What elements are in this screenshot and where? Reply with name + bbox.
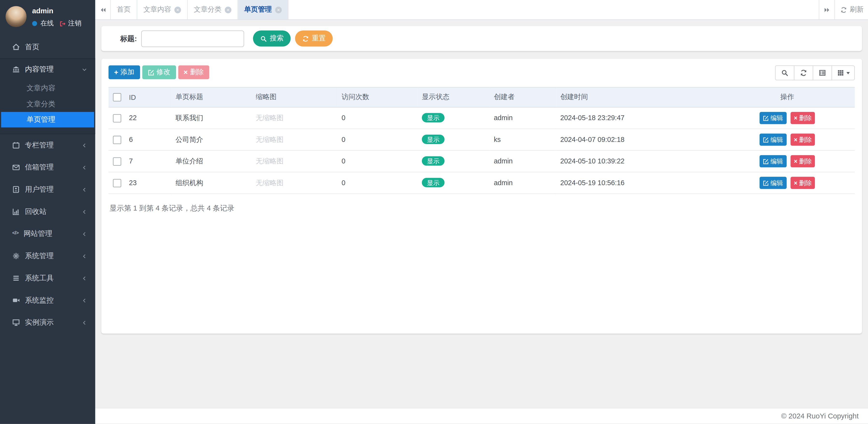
sidebar-item-system-mgmt[interactable]: 系统管理 <box>0 245 95 267</box>
refresh-table-button[interactable] <box>794 65 813 80</box>
desktop-icon <box>12 319 20 326</box>
sidebar-item-label: 用户管理 <box>25 185 54 194</box>
reset-button-label: 重置 <box>312 34 326 43</box>
row-checkbox[interactable] <box>113 136 121 144</box>
row-edit-button[interactable]: 编辑 <box>759 112 786 124</box>
tab-close-icon[interactable]: × <box>225 6 231 13</box>
search-button[interactable]: 搜索 <box>253 30 291 47</box>
sidebar-item-mailbox-mgmt[interactable]: 信箱管理 <box>0 156 95 178</box>
row-checkbox[interactable] <box>113 179 121 187</box>
sidebar-nav: 首页 内容管理 文章内容 文章分类 单页管理 <box>0 36 95 334</box>
column-header-title: 单页标题 <box>172 87 252 107</box>
tab-home[interactable]: 首页 <box>111 0 137 19</box>
refresh-tab-button[interactable]: 刷新 <box>834 0 868 19</box>
table-row: 23 组织机构 无缩略图 0 显示 admin 2024-05-19 10:56… <box>108 172 855 194</box>
row-edit-label: 编辑 <box>770 135 783 144</box>
row-edit-button[interactable]: 编辑 <box>759 177 786 189</box>
sidebar-item-system-monitor[interactable]: 系统监控 <box>0 289 95 312</box>
row-edit-label: 编辑 <box>770 179 783 187</box>
row-edit-label: 编辑 <box>770 157 783 165</box>
sidebar-subitem-article-content[interactable]: 文章内容 <box>0 80 95 96</box>
table-toolbar: + 添加 修改 × 删除 <box>108 65 855 80</box>
sidebar-subitem-single-page[interactable]: 单页管理 <box>1 112 94 128</box>
column-header-visits: 访问次数 <box>338 87 418 107</box>
cell-id: 6 <box>125 129 172 150</box>
tabs-scroll-right-button[interactable] <box>819 0 834 19</box>
sidebar-item-recycle-bin[interactable]: 回收站 <box>0 201 95 223</box>
table-header-row: ID 单页标题 缩略图 访问次数 显示状态 创建者 创建时间 操作 <box>108 87 855 107</box>
row-edit-button[interactable]: 编辑 <box>759 155 786 167</box>
tab-label: 单页管理 <box>244 5 272 15</box>
toggle-view-button[interactable] <box>813 65 832 80</box>
address-book-icon <box>12 186 20 193</box>
sidebar-item-website-mgmt[interactable]: </> 网站管理 <box>0 223 95 245</box>
search-icon <box>260 35 267 42</box>
pagination-summary: 显示第 1 到第 4 条记录，总共 4 条记录 <box>108 194 855 223</box>
columns-button[interactable] <box>832 65 855 80</box>
reset-button[interactable]: 重置 <box>296 30 333 47</box>
cell-title: 单位介绍 <box>172 150 252 172</box>
sidebar-item-label: 系统监控 <box>25 295 54 305</box>
title-search-input[interactable] <box>141 30 244 47</box>
sidebar-item-column-mgmt[interactable]: 专栏管理 <box>0 134 95 157</box>
row-delete-button[interactable]: ×删除 <box>790 155 815 167</box>
row-delete-button[interactable]: ×删除 <box>790 134 815 145</box>
table-panel: + 添加 修改 × 删除 <box>101 59 862 334</box>
video-icon <box>12 296 20 304</box>
chevron-left-icon <box>82 275 87 281</box>
show-search-button[interactable] <box>775 65 794 80</box>
status-badge: 显示 <box>422 113 445 122</box>
sidebar-item-system-tools[interactable]: 系统工具 <box>0 267 95 289</box>
row-checkbox[interactable] <box>113 157 121 165</box>
cell-created: 2024-04-07 09:02:18 <box>556 129 720 150</box>
chevron-left-icon <box>82 319 87 326</box>
avatar[interactable] <box>5 6 27 27</box>
cell-creator: admin <box>490 150 556 172</box>
sidebar-item-label: 内容管理 <box>25 64 54 74</box>
column-header-status: 显示状态 <box>418 87 490 107</box>
tab-article-content[interactable]: 文章内容 × <box>137 0 188 19</box>
row-checkbox[interactable] <box>113 114 121 122</box>
cell-id: 23 <box>125 172 172 194</box>
row-delete-button[interactable]: ×删除 <box>790 112 815 124</box>
code-icon: </> <box>12 230 18 237</box>
grid-icon <box>837 69 844 77</box>
refresh-icon <box>800 69 807 77</box>
tab-single-page[interactable]: 单页管理 × <box>238 0 289 19</box>
tab-close-icon[interactable]: × <box>174 6 181 13</box>
sidebar-item-home[interactable]: 首页 <box>0 36 95 59</box>
sidebar-subitem-article-category[interactable]: 文章分类 <box>0 96 95 112</box>
main-area: 首页 文章内容 × 文章分类 × 单页管理 × 刷新 <box>95 0 868 424</box>
row-delete-button[interactable]: ×删除 <box>790 177 815 189</box>
calendar-icon <box>12 141 20 149</box>
tab-close-icon[interactable]: × <box>275 6 282 13</box>
tab-article-category[interactable]: 文章分类 × <box>188 0 238 19</box>
edit-icon <box>763 158 769 164</box>
delete-button[interactable]: × 删除 <box>178 65 209 79</box>
modify-button[interactable]: 修改 <box>142 65 176 79</box>
online-status-label[interactable]: 在线 <box>40 19 54 28</box>
app-root: admin 在线 注销 首页 内容管理 <box>0 0 868 424</box>
cell-visits: 0 <box>338 129 418 150</box>
x-icon: × <box>794 115 798 121</box>
sidebar-item-demo[interactable]: 实例演示 <box>0 311 95 334</box>
cell-created: 2024-05-18 23:29:47 <box>556 107 720 129</box>
edit-icon <box>763 115 769 121</box>
select-all-checkbox[interactable] <box>113 93 121 101</box>
sidebar-subitem-label: 文章分类 <box>27 99 55 109</box>
column-header-created: 创建时间 <box>556 87 720 107</box>
cell-id: 7 <box>125 150 172 172</box>
tabs-scroll-left-button[interactable] <box>95 0 111 19</box>
column-header-creator: 创建者 <box>490 87 556 107</box>
chevron-left-icon <box>82 208 87 215</box>
sidebar-item-label: 网站管理 <box>24 229 52 239</box>
logout-link[interactable]: 注销 <box>68 19 82 28</box>
cell-title: 组织机构 <box>172 172 252 194</box>
sidebar-item-user-mgmt[interactable]: 用户管理 <box>0 178 95 201</box>
sidebar-item-content-mgmt[interactable]: 内容管理 <box>0 59 95 80</box>
row-delete-label: 删除 <box>799 179 812 187</box>
table-row: 6 公司简介 无缩略图 0 显示 ks 2024-04-07 09:02:18 … <box>108 129 855 150</box>
status-badge: 显示 <box>422 135 445 144</box>
add-button[interactable]: + 添加 <box>108 65 140 79</box>
row-edit-button[interactable]: 编辑 <box>759 134 786 145</box>
